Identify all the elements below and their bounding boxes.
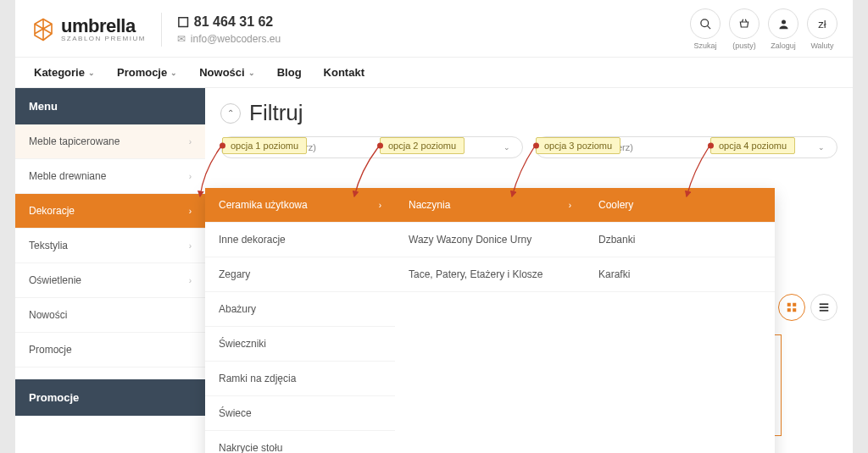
nav-categories[interactable]: Kategorie⌄ [34, 66, 95, 79]
svg-point-0 [700, 19, 708, 26]
sidebar-item-promo[interactable]: Promocje [15, 333, 205, 367]
list-view-button[interactable] [810, 294, 837, 321]
sidebar-item-wooden[interactable]: Meble drewniane› [15, 159, 205, 194]
nav-news[interactable]: Nowości⌄ [199, 66, 254, 79]
nav-promotions[interactable]: Promocje⌄ [117, 66, 177, 79]
flyout-item[interactable]: Dzbanki [585, 223, 775, 257]
svg-point-1 [782, 19, 786, 24]
sidebar-menu-header: Menu [15, 88, 205, 124]
logo-subtitle: SZABLON PREMIUM [61, 36, 146, 42]
basket-icon [737, 17, 751, 30]
chevron-right-icon: › [189, 172, 192, 181]
list-icon [818, 301, 830, 313]
sidebar-item-textiles[interactable]: Tekstylia› [15, 229, 205, 263]
user-icon [777, 18, 790, 30]
svg-rect-5 [793, 308, 796, 312]
flyout-item[interactable]: Świeczniki [205, 327, 395, 362]
grid-view-button[interactable] [778, 294, 805, 321]
login-button[interactable]: Zaloguj [768, 8, 798, 50]
callout-level-1: opcja 1 poziomu [222, 137, 307, 154]
nav-blog[interactable]: Blog [277, 66, 302, 79]
email-link[interactable]: ✉info@webcoders.eu [177, 33, 281, 45]
search-button[interactable]: Szukaj [690, 8, 721, 50]
callout-level-3: opcja 3 poziomu [536, 137, 620, 154]
logo[interactable]: umbrella SZABLON PREMIUM [31, 17, 146, 42]
flyout-item[interactable]: Świece [205, 396, 395, 431]
flyout-level-3: Naczynia› Wazy Wazony Donice Urny Tace, … [395, 188, 585, 453]
logo-icon [31, 17, 56, 42]
flyout-item[interactable]: Abażury [205, 292, 395, 327]
chevron-down-icon: ⌄ [818, 143, 825, 152]
phone-number[interactable]: ☐81 464 31 62 [177, 14, 281, 30]
flyout-item[interactable]: Zegary [205, 257, 395, 292]
flyout-item[interactable]: Wazy Wazony Donice Urny [395, 223, 585, 257]
svg-rect-4 [787, 308, 791, 312]
flyout-item[interactable]: Inne dekoracje [205, 223, 395, 257]
nav-contact[interactable]: Kontakt [324, 66, 364, 79]
chevron-right-icon: › [189, 276, 192, 285]
currency-symbol: zł [807, 8, 837, 39]
flyout-item-coolers[interactable]: Coolery [585, 188, 775, 223]
logo-title: umbrella [61, 17, 146, 36]
svg-rect-8 [820, 310, 829, 312]
svg-rect-2 [787, 303, 791, 307]
chevron-right-icon: › [569, 201, 571, 210]
svg-rect-6 [820, 303, 829, 305]
sidebar-item-news[interactable]: Nowości [15, 298, 205, 333]
chevron-down-icon: ⌄ [504, 143, 510, 152]
chevron-right-icon: › [379, 201, 381, 210]
chevron-down-icon: ⌄ [88, 69, 95, 77]
chevron-up-icon: ⌃ [227, 108, 234, 118]
grid-icon [786, 301, 798, 313]
mail-icon: ✉ [177, 33, 186, 45]
flyout-level-2: Ceramika użytkowa› Inne dekoracje Zegary… [205, 188, 395, 453]
sidebar-item-decorations[interactable]: Dekoracje› [15, 194, 205, 229]
filter-title: Filtruj [249, 100, 303, 126]
chevron-right-icon: › [189, 137, 192, 146]
flyout-level-4: Coolery Dzbanki Karafki [585, 188, 775, 453]
flyout-item[interactable]: Karafki [585, 257, 775, 292]
flyout-item-dishes[interactable]: Naczynia› [395, 188, 585, 223]
flyout-item-ceramics[interactable]: Ceramika użytkowa› [205, 188, 395, 223]
cart-button[interactable]: (pusty) [729, 8, 760, 50]
callout-level-2: opcja 2 poziomu [380, 137, 465, 154]
divider [161, 13, 162, 47]
chevron-right-icon: › [189, 241, 192, 251]
sidebar-item-upholstered[interactable]: Meble tapicerowane› [15, 124, 205, 159]
flyout-item[interactable]: Ramki na zdjęcia [205, 362, 395, 396]
chevron-down-icon: ⌄ [248, 69, 255, 77]
chevron-down-icon: ⌄ [170, 69, 177, 77]
svg-rect-3 [793, 303, 796, 307]
chevron-right-icon: › [189, 207, 192, 216]
sidebar-item-lighting[interactable]: Oświetlenie› [15, 263, 205, 298]
flyout-item[interactable]: Tace, Patery, Etażery i Klosze [395, 257, 585, 292]
search-icon [699, 18, 712, 30]
flyout-item[interactable]: Nakrycie stołu [205, 431, 395, 453]
callout-level-4: opcja 4 poziomu [710, 137, 795, 154]
svg-rect-7 [820, 307, 829, 308]
collapse-button[interactable]: ⌃ [220, 103, 241, 124]
currency-button[interactable]: zł Waluty [807, 8, 837, 50]
phone-icon: ☐ [177, 14, 189, 30]
sidebar-promo-header: Promocje [15, 379, 205, 416]
